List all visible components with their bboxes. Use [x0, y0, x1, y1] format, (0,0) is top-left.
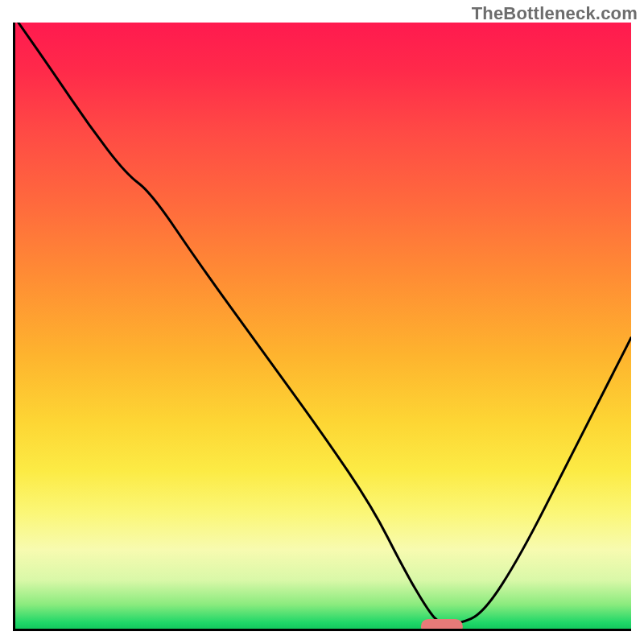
optimum-marker	[421, 619, 463, 631]
bottleneck-curve-path	[19, 23, 631, 624]
plot-area	[13, 23, 631, 631]
chart-container: TheBottleneck.com	[0, 0, 644, 644]
watermark-text: TheBottleneck.com	[472, 3, 638, 24]
curve-svg	[15, 23, 631, 629]
